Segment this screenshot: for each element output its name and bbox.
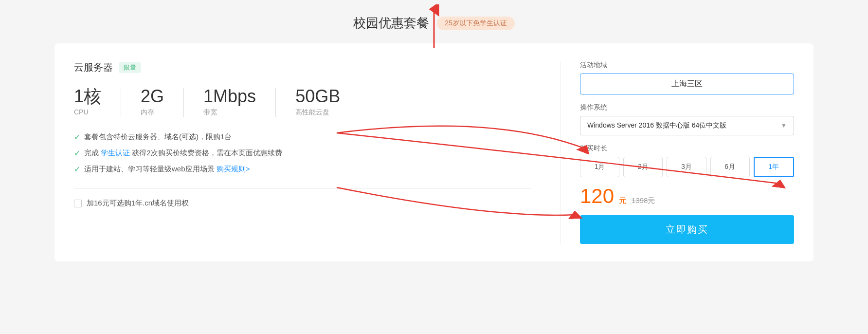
addon-checkbox[interactable]: [74, 200, 82, 207]
feature-text-3: 适用于建站、学习等轻量级web应用场景 购买规则>: [84, 165, 250, 174]
region-select[interactable]: 上海三区: [580, 74, 794, 94]
spec-bandwidth-label: 带宽: [203, 108, 256, 117]
spec-ram-label: 内存: [141, 108, 164, 117]
duration-3m[interactable]: 3月: [667, 157, 706, 177]
addon-row: 加16元可选购1年.cn域名使用权: [74, 199, 531, 208]
feature-item-2: ✓ 完成 学生认证 获得2次购买价续费资格，需在本页面优惠续费: [74, 148, 531, 158]
spec-cpu-value: 1核: [74, 88, 101, 105]
spec-disk: 50GB 高性能云盘: [295, 88, 360, 117]
server-header: 云服务器 限量: [74, 61, 531, 74]
divider: [74, 188, 531, 189]
duration-1m[interactable]: 1月: [580, 157, 619, 177]
spec-cpu: 1核 CPU: [74, 88, 121, 117]
os-value: Windows Server 2016 数据中心版 64位中文版: [587, 121, 726, 130]
buy-button[interactable]: 立即购买: [580, 215, 794, 244]
spec-disk-value: 50GB: [295, 88, 340, 105]
limit-badge: 限量: [119, 62, 141, 73]
check-icon-1: ✓: [74, 132, 80, 142]
spec-ram-value: 2G: [141, 88, 164, 105]
check-icon-3: ✓: [74, 165, 80, 174]
server-title: 云服务器: [74, 61, 113, 74]
check-icon-2: ✓: [74, 148, 80, 158]
student-cert-link[interactable]: 学生认证: [101, 148, 130, 157]
features-list: ✓ 套餐包含特价云服务器、域名(可选)，限购1台 ✓ 完成 学生认证 获得2次购…: [74, 132, 531, 174]
region-label: 活动地域: [580, 61, 794, 70]
feature-item-3: ✓ 适用于建站、学习等轻量级web应用场景 购买规则>: [74, 165, 531, 174]
spec-bandwidth-value: 1Mbps: [203, 88, 256, 105]
price-original: 1398元: [632, 196, 655, 205]
region-section: 活动地域 上海三区: [580, 61, 794, 94]
age-badge: 25岁以下免学生认证: [437, 17, 515, 30]
spec-disk-label: 高性能云盘: [295, 108, 340, 117]
main-card: 云服务器 限量 1核 CPU 2G 内存 1Mbps 带宽 50GB: [54, 43, 814, 261]
card-right: 活动地域 上海三区 操作系统 Windows Server 2016 数据中心版…: [561, 61, 794, 244]
spec-ram: 2G 内存: [141, 88, 184, 117]
duration-label: 购买时长: [580, 144, 794, 153]
buy-rules-link[interactable]: 购买规则>: [217, 165, 250, 173]
feature-item-1: ✓ 套餐包含特价云服务器、域名(可选)，限购1台: [74, 132, 531, 142]
spec-cpu-label: CPU: [74, 108, 101, 116]
page-header: 校园优惠套餐 25岁以下免学生认证: [353, 15, 515, 32]
addon-text: 加16元可选购1年.cn域名使用权: [87, 199, 189, 208]
card-left: 云服务器 限量 1核 CPU 2G 内存 1Mbps 带宽 50GB: [74, 61, 561, 244]
duration-row: 1月 2月 3月 6月 1年: [580, 157, 794, 177]
price-unit: 元: [619, 196, 627, 206]
duration-1y[interactable]: 1年: [754, 157, 794, 177]
os-section: 操作系统 Windows Server 2016 数据中心版 64位中文版 ▼: [580, 103, 794, 135]
spec-bandwidth: 1Mbps 带宽: [203, 88, 276, 117]
os-dropdown[interactable]: Windows Server 2016 数据中心版 64位中文版 ▼: [580, 116, 794, 135]
price-current: 120: [580, 186, 614, 206]
duration-section: 购买时长 1月 2月 3月 6月 1年: [580, 144, 794, 177]
page-title: 校园优惠套餐: [353, 15, 429, 32]
feature-text-1: 套餐包含特价云服务器、域名(可选)，限购1台: [84, 132, 232, 142]
dropdown-arrow-icon: ▼: [781, 122, 787, 129]
duration-6m[interactable]: 6月: [710, 157, 750, 177]
specs-row: 1核 CPU 2G 内存 1Mbps 带宽 50GB 高性能云盘: [74, 88, 531, 117]
duration-2m[interactable]: 2月: [623, 157, 663, 177]
price-row: 120 元 1398元: [580, 186, 794, 206]
feature-text-2: 完成 学生认证 获得2次购买价续费资格，需在本页面优惠续费: [84, 148, 282, 158]
os-label: 操作系统: [580, 103, 794, 112]
